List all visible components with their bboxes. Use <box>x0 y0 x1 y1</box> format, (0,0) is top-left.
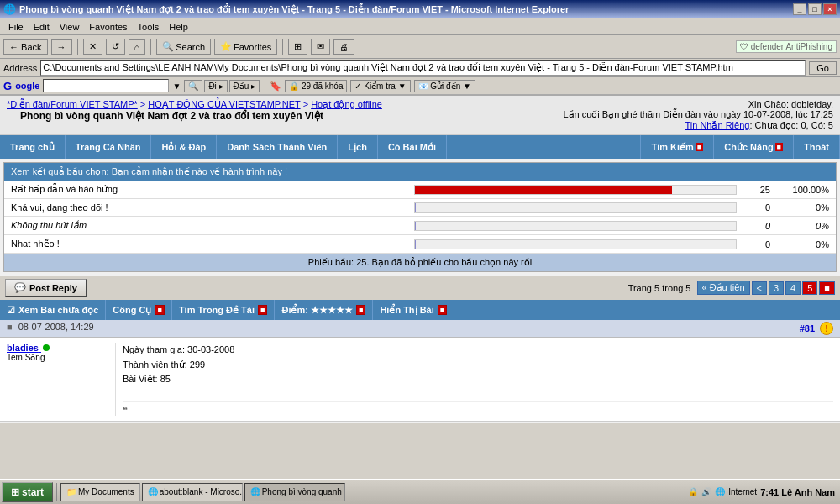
nav-cobaimoi[interactable]: Có Bài Mới <box>378 135 447 159</box>
breadcrumb-forum[interactable]: *Diễn đàn/Forum VIET STAMP* <box>7 99 138 109</box>
blank-label: about:blank - Microso... <box>160 487 243 496</box>
poll-label-0: Rất hấp dẫn và hào hứng <box>4 181 407 199</box>
nav-canhan[interactable]: Trang Cá Nhân <box>66 135 152 159</box>
taskbar-blank[interactable]: 🌐 about:blank - Microso... <box>142 483 243 501</box>
print-button[interactable]: 🖨 <box>333 39 354 55</box>
pm-link: Tin Nhắn Riêng: Chưa đọc: 0, Có: 5 <box>563 120 833 131</box>
google-search-btn[interactable]: 🔍 <box>184 80 202 92</box>
poll-footer: Phiếu bầu: 25. Bạn đã bỏ phiếu cho bầu c… <box>4 254 836 271</box>
page-5-btn[interactable]: 5 <box>802 281 817 295</box>
poll-count-3: 0 <box>743 235 777 254</box>
history-button[interactable]: ⊞ <box>288 39 307 55</box>
send-btn[interactable]: 📧 Gửi đến ▼ <box>414 80 475 92</box>
search-button[interactable]: 🔍 Search <box>156 39 211 55</box>
menu-view[interactable]: View <box>55 20 85 34</box>
home-button[interactable]: ⌂ <box>129 39 146 55</box>
forum-header: *Diễn đàn/Forum VIET STAMP* > HOẠT ĐỘNG … <box>0 96 840 135</box>
breadcrumb-offline[interactable]: Hoạt động offline <box>311 99 382 109</box>
diem-item[interactable]: Điểm: ★★★★★ ■ <box>275 300 373 320</box>
google-dau-btn[interactable]: Đầu ▸ <box>229 80 260 92</box>
mail-button[interactable]: ✉ <box>311 39 330 55</box>
taskbar-mydocs[interactable]: 📁 My Documents <box>60 483 140 501</box>
nav-chucnang[interactable]: Chức Năng ■ <box>714 135 794 159</box>
nav-thoat[interactable]: Thoát <box>794 135 840 159</box>
page-3-btn[interactable]: 3 <box>769 281 784 295</box>
diem-close[interactable]: ■ <box>356 305 365 315</box>
google-search-input[interactable] <box>43 79 169 92</box>
tim-trong-item[interactable]: Tìm Trong Đề Tài ■ <box>172 300 276 320</box>
breadcrumb-hoatdong[interactable]: HOẠT ĐỘNG CỦA VIETSTAMP.NET <box>148 99 300 109</box>
user-info: Xin Chào: dobietday. Lần cuối Bạn ghé th… <box>563 99 833 131</box>
go-button[interactable]: Go <box>809 61 837 75</box>
nav-timkiem[interactable]: Tìm Kiếm ■ <box>640 135 714 159</box>
poll-row-3: Nhat nhẽo ! 0 0% <box>4 235 836 254</box>
prev-page-btn[interactable]: < <box>752 281 767 295</box>
nav-lich[interactable]: Lịch <box>338 135 378 159</box>
locked-btn[interactable]: 🔒 29 đã khóa <box>285 80 347 92</box>
post-content: Ngày tham gia: 30-03-2008 Thành viên thứ… <box>116 343 833 416</box>
address-label: Address <box>3 63 37 73</box>
author-link[interactable]: bladies <box>7 343 41 353</box>
cong-cu-item[interactable]: Công Cụ ■ <box>106 300 172 320</box>
tray-icon-1: 🔒 <box>688 487 698 496</box>
xem-chua-doc-item[interactable]: ☑ Xem Bài chưa đọc <box>0 300 106 320</box>
toolbar: ← Back → ✕ ↺ ⌂ 🔍 Search ⭐ Favorites ⊞ ✉ … <box>0 35 840 59</box>
back-button[interactable]: ← Back <box>3 39 48 55</box>
nav-danhsach[interactable]: Danh Sách Thành Viên <box>217 135 338 159</box>
taskbar-forum[interactable]: 🌐 Phong bì vòng quanh ... <box>244 483 345 501</box>
minimize-button[interactable]: _ <box>793 3 806 15</box>
chucnang-close-icon[interactable]: ■ <box>775 143 783 151</box>
google-di-btn[interactable]: Đi ▸ <box>204 80 227 92</box>
antiphishing-label: 🛡 defender AntiPhishing <box>736 40 837 53</box>
ie-small-icon: 🌐 <box>148 487 158 496</box>
last-page-icon-btn[interactable]: ■ <box>819 281 835 295</box>
google-extras: 🔖 🔒 29 đã khóa ✓ Kiểm tra ▼ 📧 Gửi đến ▼ <box>270 80 475 92</box>
menu-help[interactable]: Help <box>164 20 193 34</box>
refresh-button[interactable]: ↺ <box>106 39 125 55</box>
forum-label: Phong bì vòng quanh ... <box>262 487 345 496</box>
poll-section: Xem kết quả bầu chọn: Bạn cảm nhận thế n… <box>3 162 837 272</box>
greeting-text: Xin Chào: dobietday. <box>563 99 833 109</box>
first-page-btn[interactable]: « Đầu tiên <box>697 281 750 295</box>
page-4-btn[interactable]: 4 <box>785 281 801 295</box>
cong-cu-close[interactable]: ■ <box>155 305 164 315</box>
poll-bar-1 <box>407 199 743 217</box>
post-reply-bar: 💬 Post Reply Trang 5 trong 5 « Đầu tiên … <box>0 276 840 300</box>
menu-edit[interactable]: Edit <box>29 20 55 34</box>
toolbar-separator <box>77 39 78 55</box>
hien-thi-close[interactable]: ■ <box>438 305 447 315</box>
post-info: Ngày tham gia: 30-03-2008 Thành viên thứ… <box>123 343 833 387</box>
menu-favorites[interactable]: Favorites <box>84 20 132 34</box>
search-close-icon[interactable]: ■ <box>696 143 703 151</box>
post-number-link[interactable]: #81 <box>800 323 815 333</box>
page-info-text: Trang 5 trong 5 <box>628 283 691 293</box>
menu-tools[interactable]: Tools <box>133 20 165 34</box>
post-text-area: ❝ <box>123 401 833 416</box>
author-rank: Tem Sống <box>7 353 108 362</box>
stop-button[interactable]: ✕ <box>83 39 102 55</box>
close-button[interactable]: × <box>823 3 837 15</box>
start-button[interactable]: ⊞ start <box>2 482 53 502</box>
toolbar-separator-3 <box>282 39 283 55</box>
tim-trong-close[interactable]: ■ <box>258 305 267 315</box>
hien-thi-item[interactable]: Hiển Thị Bài ■ <box>373 300 454 320</box>
taskbar-separator <box>56 483 57 501</box>
poll-bar-fill-0 <box>415 186 672 194</box>
windows-logo: ⊞ <box>11 486 19 498</box>
maximize-button[interactable]: □ <box>808 3 822 15</box>
poll-row-2: Không thu hút lắm 0 0% <box>4 217 836 235</box>
pm-anchor[interactable]: Tin Nhắn Riêng <box>685 120 749 130</box>
forward-button[interactable]: → <box>51 39 72 55</box>
menu-bar: File Edit View Favorites Tools Help <box>0 18 840 35</box>
post-reply-button[interactable]: 💬 Post Reply <box>5 279 87 297</box>
google-dropdown[interactable]: ▼ <box>172 81 181 91</box>
check-btn[interactable]: ✓ Kiểm tra ▼ <box>350 80 410 92</box>
nav-trangchu[interactable]: Trang chủ <box>0 135 66 159</box>
poll-title: Xem kết quả bầu chọn: Bạn cảm nhận thế n… <box>11 166 287 176</box>
page-title: Phong bì vòng quanh Việt Nam đợt 2 và tr… <box>7 110 382 122</box>
address-input[interactable] <box>40 60 806 76</box>
favorites-button[interactable]: ⭐ Favorites <box>214 39 277 55</box>
menu-file[interactable]: File <box>3 20 29 34</box>
checkbox-icon: ☑ <box>7 305 15 316</box>
nav-hoidap[interactable]: Hỏi & Đáp <box>151 135 217 159</box>
